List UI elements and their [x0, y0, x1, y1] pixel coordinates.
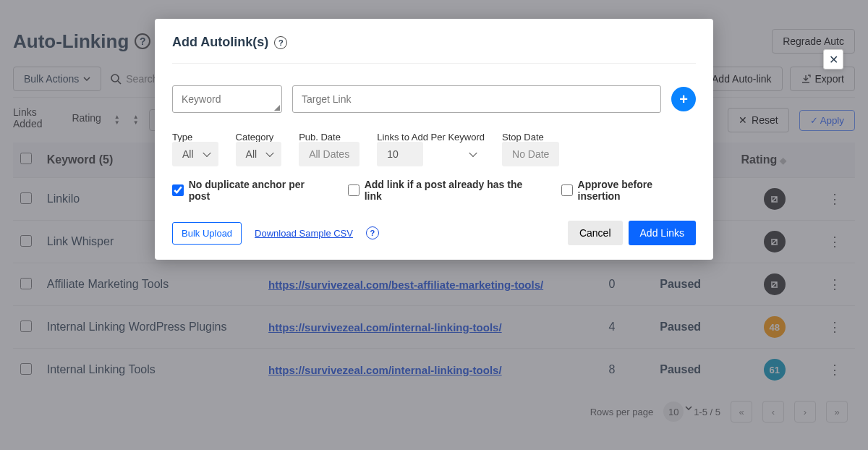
links-per-kw-select[interactable]: 10 — [377, 148, 485, 160]
download-sample-link[interactable]: Download Sample CSV — [255, 228, 353, 239]
modal-footer: Bulk Upload Download Sample CSV ? Cancel… — [172, 221, 696, 245]
pubdate-value: All Dates — [299, 142, 359, 166]
pubdate-select[interactable]: All Dates — [299, 148, 359, 160]
help-icon[interactable]: ? — [366, 226, 379, 239]
help-icon[interactable]: ? — [274, 36, 287, 49]
checkbox-row: No duplicate anchor per post Add link if… — [172, 179, 696, 202]
close-icon: ✕ — [829, 53, 838, 67]
no-duplicate-checkbox[interactable]: No duplicate anchor per post — [172, 179, 326, 202]
category-label: Category — [236, 132, 282, 143]
add-row-button[interactable]: + — [671, 87, 696, 111]
bulk-upload-button[interactable]: Bulk Upload — [172, 222, 242, 245]
links-per-kw-label: Links to Add Per Keyword — [377, 132, 485, 143]
target-link-input[interactable]: Target Link — [292, 85, 661, 113]
modal-title: Add Autolink(s) ? — [172, 35, 696, 64]
keyword-input[interactable]: Keyword — [172, 85, 282, 113]
category-select[interactable]: All — [236, 148, 282, 160]
stop-date-select[interactable]: No Date — [502, 148, 559, 160]
no-duplicate-label: No duplicate anchor per post — [189, 179, 326, 202]
target-link-placeholder: Target Link — [302, 93, 351, 105]
approve-input[interactable] — [561, 184, 573, 196]
add-links-button[interactable]: Add Links — [629, 221, 696, 245]
links-per-kw-value: 10 — [377, 142, 423, 166]
plus-icon: + — [679, 91, 688, 108]
close-button[interactable]: ✕ — [823, 49, 843, 69]
pubdate-label: Pub. Date — [299, 132, 359, 143]
category-value: All — [236, 142, 282, 166]
add-if-exists-checkbox[interactable]: Add link if a post already has the link — [348, 179, 540, 202]
type-label: Type — [172, 132, 218, 143]
stop-date-label: Stop Date — [502, 132, 559, 143]
approve-label: Approve before insertion — [578, 179, 696, 202]
type-select[interactable]: All — [172, 148, 218, 160]
modal-title-text: Add Autolink(s) — [172, 35, 268, 50]
modal-filters: Type All Category All Pub. Date All Date… — [172, 132, 696, 160]
keyword-placeholder: Keyword — [182, 93, 221, 105]
add-if-exists-label: Add link if a post already has the link — [365, 179, 540, 202]
approve-checkbox[interactable]: Approve before insertion — [561, 179, 696, 202]
no-duplicate-input[interactable] — [172, 184, 184, 196]
download-sample-text: Download Sample CSV — [255, 228, 353, 239]
add-autolink-modal: ✕ Add Autolink(s) ? Keyword Target Link … — [155, 19, 713, 260]
type-value: All — [172, 142, 218, 166]
input-row: Keyword Target Link + — [172, 85, 696, 113]
add-if-exists-input[interactable] — [348, 184, 359, 196]
stop-date-value: No Date — [502, 142, 559, 166]
cancel-button[interactable]: Cancel — [568, 221, 623, 245]
